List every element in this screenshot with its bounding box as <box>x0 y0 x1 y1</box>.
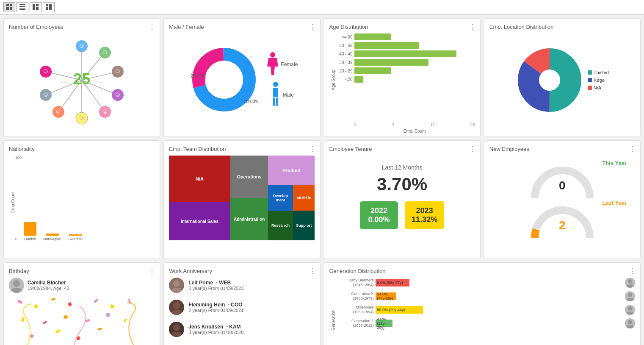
ann-info-2: Flemming Hein - COO 2 year(s) From 01/09… <box>188 302 243 313</box>
treemap-international-sales: International Sales <box>169 202 230 240</box>
svg-point-58 <box>173 324 180 331</box>
view-btn-1[interactable] <box>3 2 15 12</box>
work-anniversary-card: Work Anniversary ⋮ Leif Prime - WEB 0 ye… <box>163 262 320 345</box>
svg-text:☺: ☺ <box>78 42 85 49</box>
generation-distribution-card: Generation Distribution ⋮ Generation Bab… <box>324 262 641 345</box>
treemap-operations: Operations <box>230 156 268 198</box>
tenure-period: Last 12 Months <box>382 164 423 171</box>
svg-rect-50 <box>273 97 275 106</box>
gen-avatar-bb <box>625 278 635 288</box>
view-btn-4[interactable] <box>43 2 55 12</box>
tenure-percentage: 3.70% <box>377 174 427 195</box>
generation-distribution-menu[interactable]: ⋮ <box>629 267 636 275</box>
svg-rect-12 <box>46 7 48 10</box>
age-row-50-59: 50 - 59 <box>336 42 475 49</box>
svg-text:70.83%: 70.83% <box>244 99 260 104</box>
svg-rect-11 <box>49 4 52 10</box>
tenure-badge-2022: 2022 0.00% <box>360 201 398 229</box>
gender-visual: 29.17% 70.83% Female <box>169 33 315 127</box>
svg-text:☺: ☺ <box>114 91 121 98</box>
birthday-visual: Camilla Blöcher 19/08/1984, Age: 40 <box>9 278 155 345</box>
this-year-label: This Year <box>602 160 627 166</box>
view-btn-3[interactable] <box>30 2 41 12</box>
svg-text:☺: ☺ <box>42 67 49 75</box>
employee-tenure-menu[interactable]: ⋮ <box>469 145 476 153</box>
ann-name-3: Jens Knudsen - KAM <box>188 324 243 330</box>
last-year-section: Last Year 2 <box>494 200 631 238</box>
last-year-value: 2 <box>559 219 566 232</box>
svg-rect-7 <box>33 4 35 10</box>
birthday-avatar <box>9 278 24 293</box>
svg-point-47 <box>270 52 275 57</box>
svg-text:☺: ☺ <box>42 91 49 98</box>
new-employees-card: New Employees ⋮ This Year 0 Last Year <box>484 140 641 259</box>
new-employees-title: New Employees <box>489 146 635 152</box>
treemap-research: Resea rch <box>268 211 293 240</box>
svg-text:☺: ☺ <box>102 108 108 115</box>
nationality-chart-area: Emp.Count 100 0 Danish Norwegian <box>9 156 155 249</box>
ann-name-2: Flemming Hein - COO <box>188 302 243 308</box>
male-female-card: Male / Female ⋮ 29.17% 70.83% <box>163 18 320 137</box>
anniversary-item-3: Jens Knudsen - KAM 3 year(s) From 01/10/… <box>169 322 315 337</box>
work-anniversary-title: Work Anniversary <box>169 268 315 274</box>
view-btn-2[interactable] <box>17 2 28 12</box>
svg-point-57 <box>173 302 180 309</box>
svg-text:29.17%: 29.17% <box>191 73 207 78</box>
employee-tenure-card: Employee Tenure ⋮ Last 12 Months 3.70% 2… <box>324 140 481 259</box>
svg-text:☺: ☺ <box>102 48 108 56</box>
gen-avatar-mil <box>625 305 635 315</box>
ann-detail-3: 3 year(s) From 01/10/2020 <box>188 330 243 335</box>
gen-row-millennials: Millennials(1980-1994) 56.0% (29y-44y) <box>336 305 636 315</box>
treemap-na: N/A <box>169 156 230 202</box>
age-bars-container: >= 60 50 - 59 40 - 49 30 - 39 20 - 29 <box>336 33 475 127</box>
gen-bars-container: Baby Boomers(1946-1964) 8.0% (58y-77y) G… <box>336 278 636 345</box>
birthday-person-name: Camilla Blöcher <box>28 280 69 286</box>
svg-rect-2 <box>6 7 9 10</box>
svg-point-48 <box>273 82 278 87</box>
legend-koge: Køge <box>588 78 609 83</box>
female-label: Female <box>281 61 298 67</box>
age-distribution-menu[interactable]: ⋮ <box>469 23 476 31</box>
gen-chart-area: Generation Baby Boomers(1946-1964) 8.0% … <box>329 278 636 345</box>
svg-rect-8 <box>36 4 39 6</box>
this-year-value: 0 <box>559 179 566 192</box>
svg-point-62 <box>628 320 632 324</box>
male-female-menu[interactable]: ⋮ <box>309 23 316 31</box>
new-employees-visual: This Year 0 Last Year 2 <box>489 156 635 249</box>
last-year-gauge: 2 <box>531 206 594 238</box>
ann-name-1: Leif Prime - WEB <box>188 280 243 286</box>
generation-distribution-title: Generation Distribution <box>329 268 636 274</box>
location-distribution-card: Emp. Location Distribution Thisted Køge <box>484 18 641 137</box>
team-distribution-title: Emp. Team Distribution <box>169 146 315 152</box>
employee-network-svg: ☺ ☺ ☺ ☺ ☺ ☺ ☺ ☺ <box>35 33 128 127</box>
number-of-employees-menu[interactable]: ⋮ <box>149 23 155 31</box>
gen-row-gen-z: Generation Z(1995-2012) 4.0% (12y-29y) <box>336 318 636 328</box>
svg-point-56 <box>173 280 180 287</box>
treemap-support: Supp ort <box>293 211 315 240</box>
this-year-gauge: 0 <box>531 166 594 198</box>
tenure-year-2022: 2022 <box>367 206 391 215</box>
male-label: Male <box>283 92 294 98</box>
ann-info-3: Jens Knudsen - KAM 3 year(s) From 01/10/… <box>188 324 243 335</box>
birthday-menu[interactable]: ⋮ <box>149 267 155 275</box>
treemap-administration: Administrati on <box>230 198 268 240</box>
svg-rect-51 <box>276 97 278 106</box>
number-of-employees-card: Number of Employees ⋮ ☺ ☺ <box>3 18 160 137</box>
birthday-card: Birthday ⋮ Camilla Blöcher 19/08/1984, A… <box>3 262 160 345</box>
svg-rect-1 <box>10 4 12 6</box>
location-legend: Thisted Køge N/A <box>588 70 609 90</box>
new-employees-menu[interactable]: ⋮ <box>629 145 636 153</box>
svg-rect-9 <box>36 7 39 10</box>
treemap-development: Develop ment <box>268 185 293 211</box>
nat-bars: Danish Norwegian Swedish <box>24 160 155 241</box>
work-anniversary-menu[interactable]: ⋮ <box>309 267 316 275</box>
legend-na: N/A <box>588 85 609 90</box>
svg-rect-4 <box>19 4 25 5</box>
svg-rect-49 <box>273 88 278 97</box>
svg-point-59 <box>628 279 632 284</box>
team-distribution-menu[interactable]: ⋮ <box>309 145 316 153</box>
treemap-product: Product <box>268 156 315 185</box>
dashboard: Number of Employees ⋮ ☺ ☺ <box>0 15 644 345</box>
gen-avatar-gx <box>625 291 635 301</box>
age-row-20-29: 20 - 29 <box>336 67 475 74</box>
